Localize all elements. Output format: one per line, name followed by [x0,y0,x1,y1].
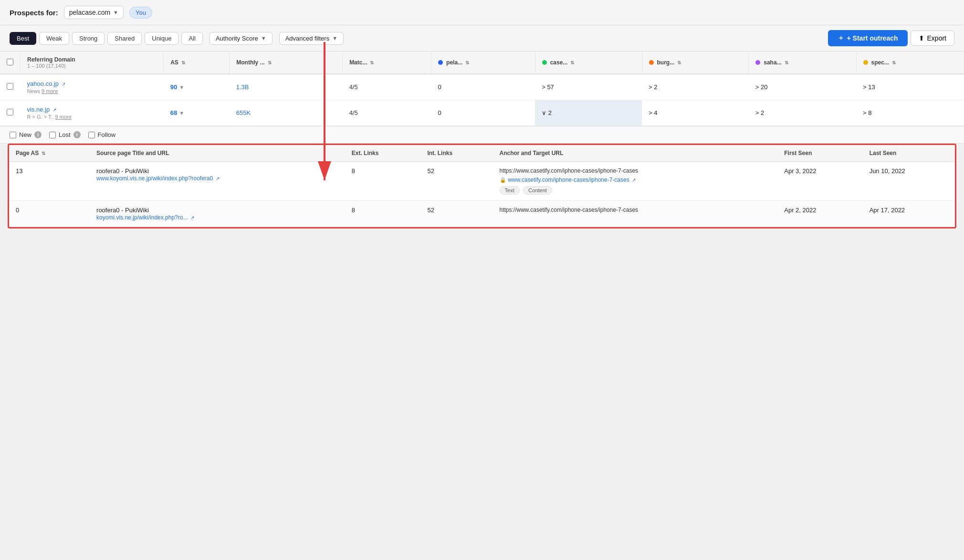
detail-row1-url-link[interactable]: www.koyomi.vis.ne.jp/wiki/index.php?roof… [96,175,219,182]
col-match[interactable]: Matc... ⇅ [343,52,431,74]
detail-row2-ext-icon: ↗ [190,215,194,220]
detail-row1-tag-content[interactable]: Content [523,186,552,195]
row1-more-link[interactable]: 9 more [42,88,58,94]
col-referring-domain[interactable]: Referring Domain 1 – 100 (17,140) [21,52,164,74]
col-monthly-label: Monthly ... [236,59,264,66]
tab-unique[interactable]: Unique [145,32,178,45]
main-content-area: Referring Domain 1 – 100 (17,140) AS ⇅ M… [0,52,964,126]
col-match-label: Matc... [349,59,367,66]
row2-more-link[interactable]: 9 more [55,114,72,120]
detail-row2-int-value: 52 [427,207,434,214]
detail-col-anchor[interactable]: Anchor and Target URL [493,145,778,162]
col-as[interactable]: AS ⇅ [164,52,230,74]
detail-row: 13 roofera0 - PukiWiki www.koyomi.vis.ne… [9,162,955,201]
row1-saha-value: 20 [761,83,767,91]
status-follow-checkbox[interactable] [88,132,95,138]
col-spec[interactable]: spec... ⇅ [856,52,964,74]
pela-dot-icon [438,60,443,65]
detail-row1-tag-text[interactable]: Text [500,186,520,195]
status-follow: Follow [88,131,116,138]
detail-row1-first-seen: Apr 3, 2022 [777,162,862,201]
tab-best[interactable]: Best [10,32,36,45]
row2-as-dropdown-icon[interactable]: ▼ [179,110,184,116]
status-lost-info-icon[interactable]: i [73,131,81,138]
detail-table: Page AS ⇅ Source page Title and URL Ext.… [9,145,955,227]
row2-domain-cell: vis.ne.jp ↗ R > G. > T.. 9 more [21,100,164,126]
tab-weak[interactable]: Weak [39,32,69,45]
status-new-info-icon[interactable]: i [34,131,42,138]
row2-checkbox[interactable] [7,109,13,115]
authority-score-dropdown[interactable]: Authority Score ▼ [210,32,272,45]
row1-saha-prefix: > [755,83,761,91]
export-label: Export [927,34,946,42]
select-all-checkbox[interactable] [7,59,13,65]
detail-col-int-label: Int. Links [427,150,452,156]
detail-col-int[interactable]: Int. Links [420,145,492,162]
tab-shared[interactable]: Shared [107,32,142,45]
main-table: Referring Domain 1 – 100 (17,140) AS ⇅ M… [0,52,964,126]
detail-col-last-seen[interactable]: Last Seen [863,145,955,162]
detail-row1-anchor-link[interactable]: www.casetify.com/iphone-cases/iphone-7-c… [508,176,636,183]
detail-row1-anchor-ext-icon: ↗ [632,177,636,183]
detail-col-ext[interactable]: Ext. Links [345,145,421,162]
detail-row1-first-seen-value: Apr 3, 2022 [784,167,816,175]
row1-as-dropdown-icon[interactable]: ▼ [179,84,184,90]
col-pela-label: pela... [446,59,462,66]
detail-row2-page-as-value: 0 [16,207,19,214]
row2-monthly-cell: 655K [230,100,343,126]
col-saha[interactable]: saha... ⇅ [749,52,856,74]
row1-domain-cell: yahoo.co.jp ↗ News 9 more [21,74,164,100]
export-icon: ⬆ [919,34,924,42]
row1-spec-value: 13 [868,83,875,91]
row1-checkbox[interactable] [7,83,13,90]
filter-bar: Best Weak Strong Shared Unique All Autho… [0,25,964,52]
row2-as-value: 68 [170,109,177,116]
row1-burg-value: 2 [654,83,657,91]
export-button[interactable]: ⬆ Export [911,31,954,46]
row2-monthly-value: 655K [236,109,251,116]
detail-row2-url-link[interactable]: koyomi.vis.ne.jp/wiki/index.php?ro... ↗ [96,214,194,221]
col-pela[interactable]: pela... ⇅ [431,52,535,74]
detail-row1-tags: Text Content [500,186,771,195]
col-case[interactable]: case... ⇅ [535,52,642,74]
detail-row2-ext-value: 8 [352,207,355,214]
col-monthly[interactable]: Monthly ... ⇅ [230,52,343,74]
row2-case-cell: ∨ 2 [535,100,642,126]
status-new: New i [10,131,42,138]
row2-external-icon: ↗ [52,107,56,113]
row2-domain-link[interactable]: vis.ne.jp ↗ [27,106,56,113]
detail-col-first-seen[interactable]: First Seen [777,145,862,162]
col-as-label: AS [170,59,178,66]
advanced-filters-dropdown[interactable]: Advanced filters ▼ [279,32,344,45]
prospects-label: Prospects for: [10,9,58,17]
tab-all[interactable]: All [181,32,202,45]
status-new-checkbox[interactable] [10,132,16,138]
detail-row2-anchor: https://www.casetify.com/iphone-cases/ip… [493,201,778,227]
col-match-sort-icon: ⇅ [370,60,374,65]
detail-row1-last-seen-value: Jun 10, 2022 [870,167,905,175]
row1-as-cell: 90 ▼ [164,74,230,100]
row2-spec-prefix: > [863,109,868,116]
row2-match-value: 4/5 [349,109,358,116]
detail-panel: Page AS ⇅ Source page Title and URL Ext.… [8,144,956,228]
row1-pela-value: 0 [438,83,441,91]
tab-strong[interactable]: Strong [72,32,105,45]
row1-match-cell: 4/5 [343,74,431,100]
row1-domain-link[interactable]: yahoo.co.jp ↗ [27,80,65,87]
status-follow-label: Follow [98,131,116,138]
header-bar: Prospects for: pelacase.com ▼ You [0,0,964,25]
detail-row1-page-as-value: 13 [16,167,22,175]
domain-selector[interactable]: pelacase.com ▼ [64,6,124,19]
col-burg[interactable]: burg... ⇅ [642,52,749,74]
you-badge: You [129,7,152,19]
row1-spec-prefix: > [863,83,868,91]
start-outreach-button[interactable]: ＋ + Start outreach [828,30,908,46]
status-lost: Lost i [49,131,81,138]
detail-col-page-as[interactable]: Page AS ⇅ [9,145,90,162]
detail-row1-last-seen: Jun 10, 2022 [863,162,955,201]
select-all-header [0,52,21,74]
row1-saha-cell: > 20 [749,74,856,100]
detail-col-page-as-label: Page AS [16,150,39,156]
detail-col-source[interactable]: Source page Title and URL [90,145,345,162]
status-lost-checkbox[interactable] [49,132,56,138]
